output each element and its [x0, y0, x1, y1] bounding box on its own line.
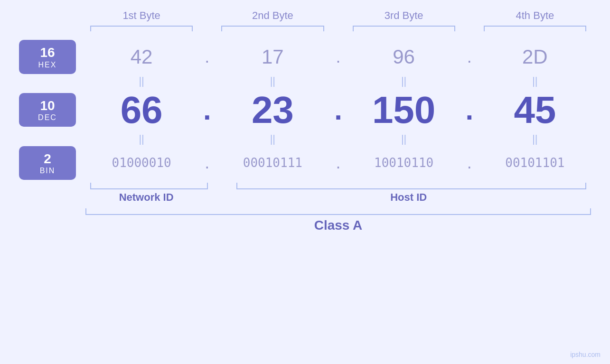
dec-label: 10 DEC: [19, 93, 76, 127]
dec-byte-3: 150: [348, 88, 460, 132]
hex-values: 42 . 17 . 96 . 2D: [85, 46, 591, 68]
top-bracket-4: [484, 26, 586, 31]
dec-byte-4: 45: [479, 88, 591, 132]
host-id-label: Host ID: [226, 191, 591, 204]
top-bracket-2: [221, 26, 324, 31]
bin-dot-2: .: [329, 153, 348, 173]
watermark: ipshu.com: [570, 351, 601, 358]
network-id-label: Network ID: [85, 191, 207, 204]
dec-dot-1: .: [197, 93, 216, 126]
main-container: 1st Byte 2nd Byte 3rd Byte 4th Byte 16 H…: [0, 0, 610, 364]
dec-values: 66 . 23 . 150 . 45: [85, 88, 591, 132]
dec-base-number: 10: [40, 98, 55, 114]
hex-dot-2: .: [329, 47, 348, 67]
bin-base-number: 2: [44, 151, 51, 167]
class-label: Class A: [85, 218, 591, 233]
equals-dec-bin-3: ||: [348, 134, 460, 144]
bottom-bracket-host: [236, 183, 586, 189]
bin-byte-2: 00010111: [216, 156, 328, 170]
dec-byte-1: 66: [85, 88, 197, 132]
equals-dec-bin-4: ||: [479, 134, 591, 144]
byte-header-3: 3rd Byte: [348, 9, 460, 26]
dec-dot-2: .: [329, 93, 348, 126]
dec-dot-3: .: [460, 93, 479, 126]
equals-hex-dec-3: ||: [348, 76, 460, 86]
bin-row: 2 BIN 01000010 . 00010111 . 10010110 . 0…: [19, 146, 591, 180]
byte-header-2: 2nd Byte: [216, 9, 328, 26]
hex-byte-3: 96: [348, 46, 460, 68]
bin-dot-1: .: [197, 153, 216, 173]
hex-dot-3: .: [460, 47, 479, 67]
byte-header-1: 1st Byte: [85, 9, 197, 26]
hex-row: 16 HEX 42 . 17 . 96 . 2D: [19, 40, 591, 74]
bin-dot-3: .: [460, 153, 479, 173]
bottom-bracket-network: [90, 183, 208, 189]
bin-label: 2 BIN: [19, 146, 76, 180]
equals-hex-dec-2: ||: [216, 76, 328, 86]
equals-hex-dec-4: ||: [479, 76, 591, 86]
top-bracket-3: [353, 26, 455, 31]
hex-byte-4: 2D: [479, 46, 591, 68]
hex-base-number: 16: [40, 45, 55, 61]
hex-byte-1: 42: [85, 46, 197, 68]
dec-byte-2: 23: [216, 88, 328, 132]
class-bracket: [85, 208, 591, 215]
bin-values: 01000010 . 00010111 . 10010110 . 0010110…: [85, 153, 591, 173]
bin-base-name: BIN: [40, 167, 56, 175]
hex-label: 16 HEX: [19, 40, 76, 74]
hex-byte-2: 17: [216, 46, 328, 68]
bin-byte-4: 00101101: [479, 156, 591, 170]
equals-hex-dec-1: ||: [85, 76, 197, 86]
hex-base-name: HEX: [38, 61, 57, 69]
equals-dec-bin-1: ||: [85, 134, 197, 144]
byte-header-4: 4th Byte: [479, 9, 591, 26]
dec-row: 10 DEC 66 . 23 . 150 . 45: [19, 88, 591, 132]
hex-dot-1: .: [197, 47, 216, 67]
dec-base-name: DEC: [38, 113, 57, 122]
bin-byte-3: 10010110: [348, 156, 460, 170]
top-bracket-1: [90, 26, 193, 31]
bin-byte-1: 01000010: [85, 156, 197, 170]
equals-dec-bin-2: ||: [216, 134, 328, 144]
